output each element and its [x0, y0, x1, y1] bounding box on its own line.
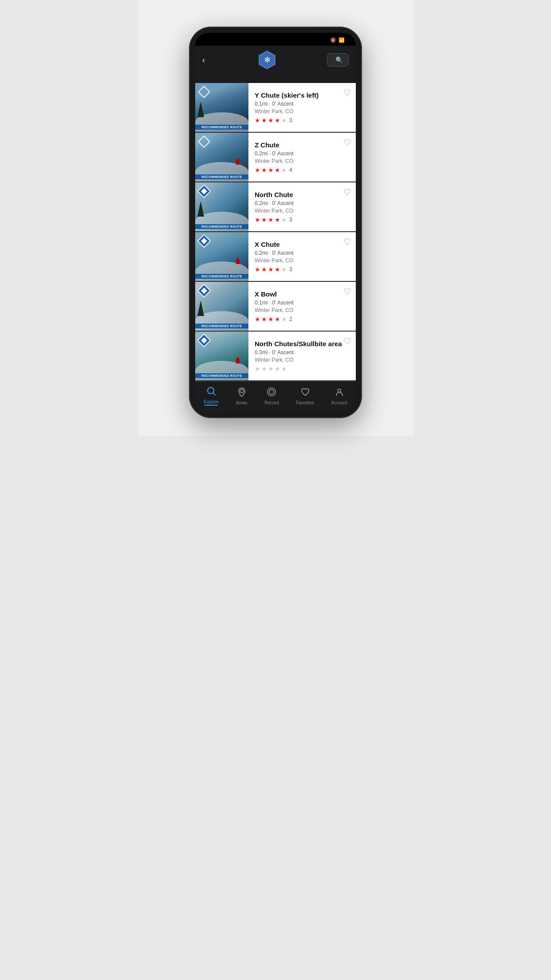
- diamond-inner: [201, 288, 207, 294]
- nav-item-account[interactable]: Account: [331, 387, 347, 405]
- favorite-button[interactable]: ♡: [343, 87, 351, 98]
- star-filled: ★: [275, 166, 280, 174]
- star-filled: ★: [261, 117, 267, 124]
- difficulty-icon: [199, 335, 209, 346]
- diamond-outline-icon: [198, 86, 210, 98]
- star-empty: ★: [281, 316, 287, 323]
- recommended-badge: RECOMMENDED ROUTE: [195, 373, 248, 378]
- favorite-button[interactable]: ♡: [343, 336, 351, 347]
- wifi-icon: 📶: [338, 37, 345, 43]
- route-location: Winter Park, CO: [255, 257, 350, 264]
- recommended-badge: RECOMMENDED ROUTE: [195, 274, 248, 279]
- route-meta: 0.2mi · 0' Ascent: [255, 250, 350, 256]
- routes-list: RECOMMENDED ROUTE Y Chute (skier's left)…: [195, 83, 356, 381]
- star-filled: ★: [268, 266, 274, 273]
- diamond-inner: [201, 238, 207, 244]
- star-filled: ★: [255, 266, 260, 273]
- top-nav: ‹ ❄ 🔍: [195, 46, 356, 74]
- recommended-badge: RECOMMENDED ROUTE: [195, 224, 248, 229]
- difficulty-icon: [199, 236, 209, 246]
- route-meta: 0.1mi · 0' Ascent: [255, 101, 350, 107]
- diamond-outline-icon: [198, 135, 210, 148]
- record-nav-icon: [267, 387, 276, 399]
- svg-point-6: [269, 390, 274, 394]
- route-item[interactable]: RECOMMENDED ROUTE North Chutes/Skullbite…: [195, 332, 356, 380]
- explore-nav-label: Explore: [204, 399, 219, 404]
- back-chevron-icon: ‹: [202, 55, 205, 65]
- route-location: Winter Park, CO: [255, 108, 350, 115]
- svg-point-7: [338, 389, 341, 392]
- star-filled: ★: [261, 166, 267, 174]
- favorites-nav-label: Favorites: [296, 400, 314, 405]
- star-count: 2: [289, 316, 292, 322]
- route-item[interactable]: RECOMMENDED ROUTE North Chute 0.2mi · 0'…: [195, 182, 356, 231]
- nav-active-indicator: [205, 405, 218, 406]
- favorite-button[interactable]: ♡: [343, 187, 351, 198]
- star-filled: ★: [255, 166, 260, 174]
- route-item[interactable]: RECOMMENDED ROUTE X Bowl 0.1mi · 0' Asce…: [195, 282, 356, 331]
- difficulty-icon: [199, 87, 209, 97]
- route-thumbnail: RECOMMENDED ROUTE: [195, 282, 248, 331]
- diamond-filled-icon: [197, 333, 211, 347]
- star-empty: ★: [255, 365, 260, 372]
- account-nav-label: Account: [331, 400, 347, 405]
- route-thumbnail: RECOMMENDED ROUTE: [195, 232, 248, 281]
- account-nav-icon: [335, 387, 344, 399]
- route-meta: 0.1mi · 0' Ascent: [255, 300, 350, 306]
- difficulty-icon: [199, 136, 209, 147]
- route-stars: ★★★★★3: [255, 117, 350, 124]
- recommended-badge: RECOMMENDED ROUTE: [195, 324, 248, 328]
- bottom-nav: Explore Areas Record Favorites Account: [195, 381, 356, 412]
- diamond-filled-icon: [197, 184, 211, 198]
- star-filled: ★: [255, 216, 260, 223]
- star-empty: ★: [281, 266, 287, 273]
- app-logo: ❄: [257, 50, 277, 70]
- star-filled: ★: [255, 117, 260, 124]
- search-icon: 🔍: [335, 56, 343, 63]
- route-info: North Chute 0.2mi · 0' Ascent Winter Par…: [248, 182, 356, 231]
- star-filled: ★: [275, 316, 280, 323]
- status-icons: 🔇 📶: [330, 37, 347, 43]
- route-meta: 0.2mi · 0' Ascent: [255, 200, 350, 206]
- nav-item-favorites[interactable]: Favorites: [296, 387, 314, 405]
- star-count: 4: [289, 167, 292, 173]
- search-box[interactable]: 🔍: [327, 53, 349, 67]
- star-filled: ★: [275, 266, 280, 273]
- route-thumbnail: RECOMMENDED ROUTE: [195, 332, 248, 380]
- favorite-button[interactable]: ♡: [343, 137, 351, 148]
- route-item[interactable]: RECOMMENDED ROUTE Z Chute 0.2mi · 0' Asc…: [195, 133, 356, 182]
- star-empty: ★: [281, 365, 287, 372]
- star-empty: ★: [268, 365, 274, 372]
- route-stars: ★★★★★3: [255, 266, 350, 273]
- route-location: Winter Park, CO: [255, 307, 350, 313]
- diamond-filled-icon: [197, 234, 211, 248]
- route-stars: ★★★★★3: [255, 216, 350, 223]
- favorite-button[interactable]: ♡: [343, 237, 351, 247]
- phone-frame: 🔇 📶 ‹ ❄ 🔍: [189, 27, 362, 418]
- route-location: Winter Park, CO: [255, 158, 350, 164]
- star-filled: ★: [268, 166, 274, 174]
- back-button[interactable]: ‹: [202, 55, 207, 65]
- explore-nav-icon: [206, 386, 216, 398]
- route-name: X Chute: [255, 241, 350, 249]
- route-item[interactable]: RECOMMENDED ROUTE Y Chute (skier's left)…: [195, 83, 356, 132]
- star-empty: ★: [275, 365, 280, 372]
- nav-item-explore[interactable]: Explore: [204, 386, 219, 406]
- star-filled: ★: [268, 316, 274, 323]
- favorite-button[interactable]: ♡: [343, 286, 351, 297]
- svg-point-5: [268, 388, 276, 396]
- route-name: Y Chute (skier's left): [255, 91, 350, 99]
- record-nav-label: Record: [264, 400, 279, 405]
- route-info: X Bowl 0.1mi · 0' Ascent Winter Park, CO…: [248, 282, 356, 331]
- nav-item-areas[interactable]: Areas: [236, 387, 248, 405]
- favorites-nav-icon: [300, 387, 310, 399]
- route-meta: 0.2mi · 0' Ascent: [255, 150, 350, 157]
- route-location: Winter Park, CO: [255, 208, 350, 214]
- nav-item-record[interactable]: Record: [264, 387, 279, 405]
- star-filled: ★: [261, 266, 267, 273]
- page-wrapper: 🔇 📶 ‹ ❄ 🔍: [138, 0, 413, 436]
- route-item[interactable]: RECOMMENDED ROUTE X Chute 0.2mi · 0' Asc…: [195, 232, 356, 281]
- route-info: Y Chute (skier's left) 0.1mi · 0' Ascent…: [248, 83, 356, 132]
- star-empty: ★: [281, 216, 287, 223]
- status-bar: 🔇 📶: [195, 33, 356, 46]
